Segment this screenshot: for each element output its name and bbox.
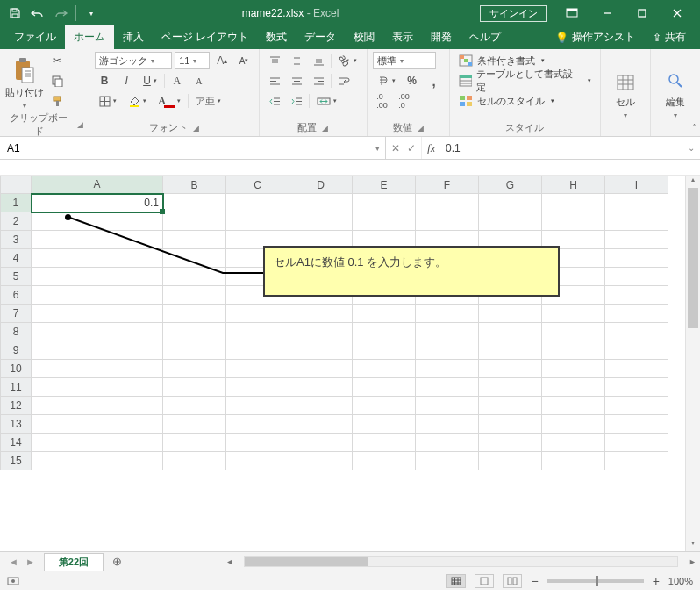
- cell-A15[interactable]: [32, 452, 163, 470]
- enter-formula-icon[interactable]: ✓: [407, 142, 416, 154]
- cell-styles-button[interactable]: セルのスタイル▾: [455, 92, 595, 110]
- cell-B8[interactable]: [163, 323, 226, 341]
- tab-file[interactable]: ファイル: [5, 25, 65, 49]
- cell-G13[interactable]: [479, 415, 542, 434]
- cell-E2[interactable]: [353, 212, 416, 231]
- cell-F15[interactable]: [416, 452, 479, 470]
- cell-I8[interactable]: [605, 323, 668, 341]
- bold-icon[interactable]: B: [95, 72, 114, 90]
- tab-developer[interactable]: 開発: [422, 25, 461, 49]
- cell-E8[interactable]: [353, 323, 416, 341]
- cell-H12[interactable]: [542, 397, 605, 415]
- cell-B11[interactable]: [163, 378, 226, 397]
- page-break-view-icon[interactable]: [503, 574, 522, 588]
- cell-B10[interactable]: [163, 360, 226, 378]
- maximize-icon[interactable]: [625, 1, 660, 25]
- sheet-nav-next-icon[interactable]: ►: [25, 557, 35, 567]
- font-launcher-icon[interactable]: ◢: [193, 124, 199, 133]
- conditional-formatting-button[interactable]: 条件付き書式▾: [455, 52, 595, 69]
- cell-G7[interactable]: [479, 305, 542, 323]
- decrease-indent-icon[interactable]: [265, 92, 284, 110]
- tab-home[interactable]: ホーム: [65, 25, 114, 49]
- cell-G9[interactable]: [479, 341, 542, 360]
- row-header-8[interactable]: 8: [1, 323, 32, 341]
- cell-H8[interactable]: [542, 323, 605, 341]
- cell-G15[interactable]: [479, 452, 542, 470]
- cell-E12[interactable]: [353, 397, 416, 415]
- row-header-12[interactable]: 12: [1, 397, 32, 415]
- cell-H10[interactable]: [542, 360, 605, 378]
- name-box-dropdown-icon[interactable]: ▾: [370, 144, 385, 153]
- cell-B1[interactable]: [163, 194, 226, 212]
- row-header-7[interactable]: 7: [1, 305, 32, 323]
- zoom-out-icon[interactable]: −: [531, 574, 538, 588]
- cell-H15[interactable]: [542, 452, 605, 470]
- horizontal-scroll-thumb[interactable]: [245, 557, 368, 566]
- cell-F13[interactable]: [416, 415, 479, 434]
- cell-B14[interactable]: [163, 434, 226, 452]
- cell-D11[interactable]: [289, 378, 353, 397]
- cell-G14[interactable]: [479, 434, 542, 452]
- cell-E9[interactable]: [353, 341, 416, 360]
- cell-H2[interactable]: [542, 212, 605, 231]
- cell-B13[interactable]: [163, 415, 226, 434]
- col-header-G[interactable]: G: [479, 176, 542, 194]
- cell-G1[interactable]: [479, 194, 542, 212]
- font-name-combo[interactable]: 游ゴシック▾: [95, 52, 172, 69]
- cell-D15[interactable]: [289, 452, 353, 470]
- cell-D9[interactable]: [289, 341, 353, 360]
- cell-I15[interactable]: [605, 452, 668, 470]
- wrap-text-icon[interactable]: [334, 72, 354, 90]
- tab-review[interactable]: 校閲: [345, 25, 383, 49]
- col-header-A[interactable]: A: [32, 176, 163, 194]
- cell-C10[interactable]: [226, 360, 289, 378]
- align-center-icon[interactable]: [287, 72, 306, 90]
- cell-I6[interactable]: [605, 286, 668, 305]
- minimize-icon[interactable]: [589, 1, 625, 25]
- cell-H13[interactable]: [542, 415, 605, 434]
- cell-E11[interactable]: [353, 378, 416, 397]
- zoom-slider[interactable]: [547, 579, 644, 583]
- row-header-11[interactable]: 11: [1, 378, 32, 397]
- page-layout-view-icon[interactable]: [475, 574, 494, 588]
- cell-I12[interactable]: [605, 397, 668, 415]
- cells-button[interactable]: セル ▾: [606, 52, 645, 133]
- tell-me-button[interactable]: 💡操作アシスト: [548, 25, 642, 49]
- font-size-combo[interactable]: 11▾: [175, 52, 210, 69]
- col-header-D[interactable]: D: [289, 176, 353, 194]
- qat-customize-icon[interactable]: ▾: [82, 4, 101, 23]
- cell-C13[interactable]: [226, 415, 289, 434]
- tab-view[interactable]: 表示: [383, 25, 422, 49]
- cell-F7[interactable]: [416, 305, 479, 323]
- clipboard-launcher-icon[interactable]: ◢: [77, 120, 83, 129]
- cell-B15[interactable]: [163, 452, 226, 470]
- zoom-level[interactable]: 100%: [668, 576, 693, 586]
- cell-C1[interactable]: [226, 194, 289, 212]
- row-header-13[interactable]: 13: [1, 415, 32, 434]
- record-macro-icon[interactable]: [7, 576, 19, 586]
- row-header-4[interactable]: 4: [1, 249, 32, 268]
- cell-A14[interactable]: [32, 434, 163, 452]
- save-icon[interactable]: [5, 4, 25, 23]
- row-header-6[interactable]: 6: [1, 286, 32, 305]
- tab-data[interactable]: データ: [296, 25, 345, 49]
- row-header-15[interactable]: 15: [1, 452, 32, 470]
- cell-E10[interactable]: [353, 360, 416, 378]
- cell-E1[interactable]: [353, 194, 416, 212]
- cell-H1[interactable]: [542, 194, 605, 212]
- accounting-format-icon[interactable]: ▾: [373, 72, 400, 90]
- cell-I9[interactable]: [605, 341, 668, 360]
- share-button[interactable]: ⇪共有: [646, 25, 693, 49]
- cell-H14[interactable]: [542, 434, 605, 452]
- cell-F10[interactable]: [416, 360, 479, 378]
- col-header-E[interactable]: E: [353, 176, 416, 194]
- cell-G12[interactable]: [479, 397, 542, 415]
- vertical-scrollbar[interactable]: ▴ ▾: [685, 176, 700, 551]
- cell-A8[interactable]: [32, 323, 163, 341]
- cell-F2[interactable]: [416, 212, 479, 231]
- number-launcher-icon[interactable]: ◢: [418, 124, 424, 133]
- alignment-launcher-icon[interactable]: ◢: [322, 124, 328, 133]
- align-top-icon[interactable]: [265, 52, 284, 69]
- cell-E14[interactable]: [353, 434, 416, 452]
- cell-C8[interactable]: [226, 323, 289, 341]
